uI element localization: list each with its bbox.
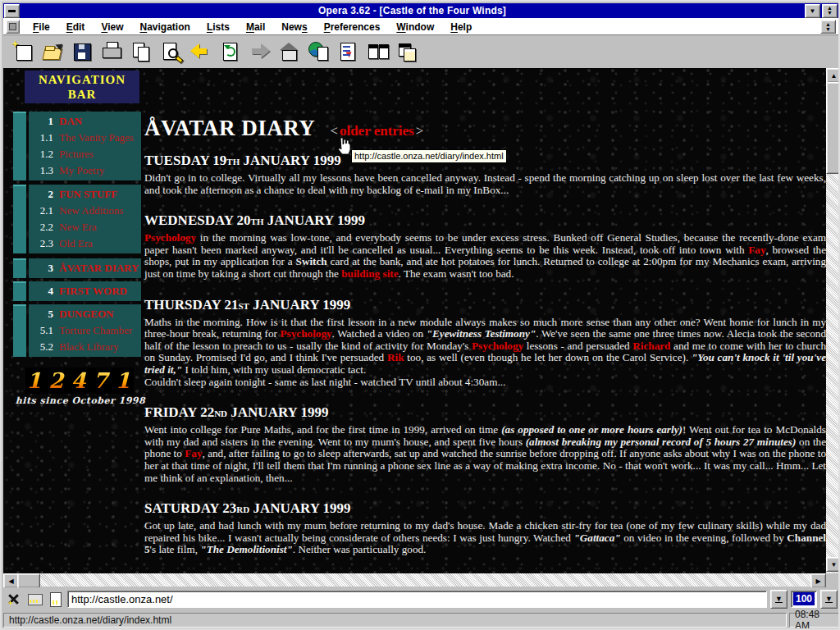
menu-preferences[interactable]: Preferences [316, 20, 389, 34]
item-link[interactable]: My Poetry [59, 164, 104, 177]
mdi-updown-button[interactable]: ▲▼ [820, 20, 836, 34]
item-link[interactable]: DAN [59, 115, 82, 128]
print-button[interactable] [97, 38, 126, 66]
horizontal-scroll-thumb[interactable] [17, 573, 40, 588]
item-link[interactable]: Pictures [59, 148, 94, 161]
images-toggle-icon[interactable] [6, 591, 24, 607]
item-link[interactable]: FUN STUFF [59, 188, 117, 201]
item-link[interactable]: Torture Chamber [59, 324, 132, 337]
print-icon [100, 40, 123, 63]
sidebar-item-pictures[interactable]: 1.2Pictures [29, 146, 141, 162]
sidebar-item-vatar-diary[interactable]: 3ÅVATAR DIARY [29, 260, 141, 276]
find-button[interactable] [156, 38, 185, 66]
arrow-down-icon: ▼ [831, 561, 838, 568]
horizontal-scrollbar[interactable]: ◀ ▶ [3, 573, 826, 587]
styled-text: "The Demolitionist" [200, 543, 292, 555]
menu-bar: FileEditViewNavigationListsMailNewsPrefe… [3, 18, 838, 35]
item-link[interactable]: FIRST WORD [59, 285, 127, 298]
entry-paragraph: Went into college for Pure Maths, and fo… [144, 424, 826, 484]
forward-button[interactable] [244, 38, 274, 66]
home-button[interactable] [274, 38, 304, 66]
mdi-restore-button[interactable] [6, 20, 20, 34]
sidebar-item-my-poetry[interactable]: 1.3My Poetry [29, 162, 141, 179]
nav-strip-segment [13, 258, 26, 278]
menu-window[interactable]: Window [388, 20, 442, 34]
menu-edit[interactable]: Edit [58, 20, 94, 34]
item-link[interactable]: Old Era [59, 237, 93, 250]
new-window-button[interactable] [8, 38, 38, 66]
link-rik[interactable]: Rik [387, 351, 404, 363]
menu-lists[interactable]: Lists [199, 20, 238, 34]
reload-button[interactable] [215, 38, 244, 66]
menu-file[interactable]: File [25, 20, 58, 34]
menu-news[interactable]: News [273, 20, 315, 34]
styled-text: (as opposed to one or more hours early) [501, 423, 682, 436]
scroll-down-button[interactable]: ▼ [826, 557, 840, 572]
styled-text: "Eyewitness Testimony" [427, 327, 536, 340]
vertical-scrollbar[interactable]: ▲ ▼ [826, 68, 840, 573]
link-fay[interactable]: Fay [748, 244, 765, 256]
link-building-site[interactable]: building site [341, 267, 398, 280]
menu-items: FileEditViewNavigationListsMailNewsPrefe… [25, 19, 480, 34]
sidebar-item-black-library[interactable]: 5.2Black Library [29, 339, 141, 355]
link-psychology[interactable]: Psychology [144, 231, 196, 244]
hand-cursor-icon [336, 137, 351, 156]
nav-section-dungeon: 5DUNGEON5.1Torture Chamber5.2Black Libra… [29, 304, 141, 357]
tile-windows-button[interactable] [363, 38, 392, 66]
url-input[interactable] [67, 591, 767, 608]
chevron-down-icon: ▼ [810, 7, 816, 15]
scroll-up-button[interactable]: ▲ [826, 68, 840, 83]
menu-help[interactable]: Help [442, 20, 480, 34]
item-link[interactable]: Black Library [59, 340, 119, 354]
item-number: 5.1 [29, 324, 53, 337]
sidebar-item-first-word[interactable]: 4FIRST WORD [29, 283, 141, 299]
link-richard[interactable]: Richard [632, 340, 670, 352]
item-number: 1.2 [29, 148, 53, 161]
sidebar-item-the-vanity-pages[interactable]: 1.1The Vanity Pages [29, 130, 141, 146]
cascade-windows-button[interactable] [392, 38, 422, 66]
hit-counter-digits: 12471 [21, 368, 137, 393]
hotlist-button[interactable] [333, 38, 363, 66]
item-link[interactable]: The Vanity Pages [59, 131, 134, 144]
sidebar-item-dan[interactable]: 1DAN [29, 113, 141, 130]
zoom-level-field[interactable]: 100 [791, 591, 817, 608]
menu-navigation[interactable]: Navigation [132, 20, 199, 34]
sidebar-item-new-era[interactable]: 2.2New Era [29, 219, 141, 235]
sidebar-item-new-additions[interactable]: 2.1New Additions [29, 203, 141, 219]
restore-button[interactable]: ▲▼ [822, 4, 838, 18]
entry-paragraph: Maths in the morning. How is it that the… [144, 317, 826, 377]
zoom-dropdown-button[interactable]: ▼ [820, 590, 838, 609]
open-button[interactable] [38, 38, 67, 66]
window-icon[interactable] [26, 591, 44, 607]
page-icon[interactable] [47, 591, 65, 607]
sidebar-item-old-era[interactable]: 2.3Old Era [29, 235, 141, 252]
link-psychology[interactable]: Psychology [281, 327, 332, 340]
page-title: ÅVATAR DIARY [144, 116, 315, 140]
entry-paragraph: Couldn't sleep again tonight - same as l… [144, 377, 826, 389]
load-images-icon [307, 40, 330, 63]
vertical-scroll-thumb[interactable] [826, 82, 840, 174]
window-menu-button[interactable] [4, 4, 20, 18]
nav-strip-segment [13, 185, 26, 253]
save-button[interactable] [67, 38, 97, 66]
entry-heading: WEDNESDAY 20TH JANUARY 1999 [144, 212, 826, 229]
sidebar-item-fun-stuff[interactable]: 2FUN STUFF [29, 186, 141, 203]
diary-entry-saturday-23: SATURDAY 23RD JANUARY 1999Got up late, a… [144, 500, 826, 556]
back-button[interactable] [185, 38, 215, 66]
load-images-button[interactable] [304, 38, 333, 66]
minimize-button[interactable]: ▼ [805, 4, 820, 18]
item-link[interactable]: DUNGEON [59, 308, 113, 321]
sidebar-item-dungeon[interactable]: 5DUNGEON [29, 306, 141, 322]
menu-mail[interactable]: Mail [238, 20, 273, 34]
copy-button[interactable] [126, 38, 156, 66]
item-link[interactable]: New Additions [59, 204, 123, 217]
item-link[interactable]: ÅVATAR DIARY [59, 262, 139, 275]
menu-view[interactable]: View [93, 20, 131, 34]
url-dropdown-button[interactable]: ▼ [770, 590, 788, 609]
item-link[interactable]: New Era [59, 221, 97, 234]
sidebar-item-torture-chamber[interactable]: 5.1Torture Chamber [29, 322, 141, 339]
arrow-left-icon: ◀ [8, 578, 13, 585]
link-psychology[interactable]: Psychology [472, 340, 523, 352]
scroll-right-button[interactable]: ▶ [810, 573, 826, 588]
link-fay[interactable]: Fay [185, 447, 202, 459]
